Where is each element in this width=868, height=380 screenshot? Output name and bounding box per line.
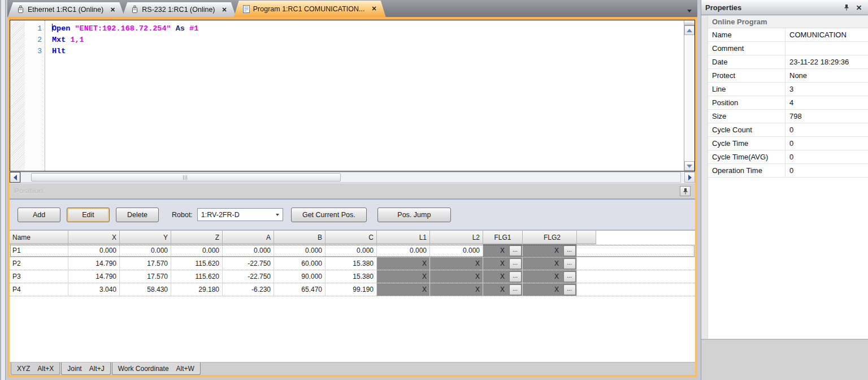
- cell-y[interactable]: 17.570: [120, 270, 171, 283]
- cell-c[interactable]: 0.000: [326, 244, 377, 257]
- code-area[interactable]: 1 2 3 Open "ENET:192.168.72.254" As #1 M…: [10, 20, 695, 171]
- document-tab-bar: Ethernet 1:RC1 (Online) ✕ RS-232 1:RC1 (…: [7, 0, 697, 17]
- cell-b[interactable]: 90.000: [274, 270, 326, 283]
- scroll-up-button[interactable]: [684, 25, 695, 35]
- tab-close-icon[interactable]: ✕: [371, 5, 376, 12]
- cell-z[interactable]: 29.180: [171, 283, 223, 296]
- table-row-p2[interactable]: P2 14.790 17.570 115.620 -22.750 60.000 …: [10, 257, 695, 270]
- cell-y[interactable]: 17.570: [120, 257, 171, 270]
- cell-flg2[interactable]: X...: [523, 283, 577, 296]
- cell-a[interactable]: -22.750: [223, 270, 274, 283]
- cell-flg1[interactable]: X...: [483, 244, 523, 257]
- flg2-ellipsis-button[interactable]: ...: [563, 271, 576, 282]
- edit-button[interactable]: Edit: [67, 208, 110, 222]
- cell-x[interactable]: 3.040: [68, 283, 120, 296]
- property-value: 0: [785, 123, 868, 136]
- cell-b[interactable]: 65.470: [274, 283, 326, 296]
- cell-y[interactable]: 58.430: [120, 283, 171, 296]
- flg1-ellipsis-button[interactable]: ...: [509, 258, 522, 269]
- cell-x[interactable]: 14.790: [68, 257, 120, 270]
- tab-xyz[interactable]: XYZ Alt+X: [11, 362, 60, 375]
- cell-l1[interactable]: 0.000: [377, 244, 430, 257]
- cell-c[interactable]: 15.380: [326, 257, 377, 270]
- cell-flg1[interactable]: X...: [483, 283, 523, 296]
- cell-flg2[interactable]: X...: [523, 270, 577, 283]
- cell-c[interactable]: 15.380: [326, 270, 377, 283]
- scroll-left-button[interactable]: [10, 172, 20, 183]
- tab-joint[interactable]: Joint Alt+J: [61, 362, 110, 375]
- property-row: Date23-11-22 18:29:36: [701, 55, 868, 69]
- cell-flg1[interactable]: X...: [483, 257, 523, 270]
- delete-button[interactable]: Delete: [116, 208, 159, 222]
- vertical-scroll-track[interactable]: [684, 35, 695, 161]
- tab-close-icon[interactable]: ✕: [110, 6, 115, 14]
- horizontal-scroll-thumb[interactable]: [31, 173, 341, 182]
- cell-name[interactable]: P2: [10, 257, 68, 270]
- tab-work-coordinate[interactable]: Work Coordinate Alt+W: [112, 362, 201, 375]
- pos-jump-button[interactable]: Pos. Jump: [377, 208, 451, 222]
- tab-list-dropdown-icon[interactable]: [687, 10, 692, 12]
- cell-l2[interactable]: X: [430, 283, 483, 296]
- cell-x[interactable]: 0.000: [68, 244, 120, 257]
- cell-l1[interactable]: X: [377, 257, 430, 270]
- cell-flg2[interactable]: X...: [523, 257, 577, 270]
- tab-label: Joint: [67, 365, 81, 373]
- cell-name[interactable]: P4: [10, 283, 68, 296]
- table-row-p1[interactable]: P1 0.000 0.000 0.000 0.000 0.000 0.000 0…: [10, 244, 695, 257]
- cell-a[interactable]: -22.750: [223, 257, 274, 270]
- column-header-c: C: [326, 231, 377, 244]
- chevron-down-icon[interactable]: [273, 209, 283, 221]
- cell-l1[interactable]: X: [377, 270, 430, 283]
- pin-button[interactable]: [841, 3, 852, 12]
- flg1-ellipsis-button[interactable]: ...: [509, 271, 522, 282]
- cell-l2[interactable]: 0.000: [430, 244, 483, 257]
- properties-title: Properties: [705, 3, 839, 12]
- flg2-ellipsis-button[interactable]: ...: [563, 245, 576, 256]
- flg2-ellipsis-button[interactable]: ...: [563, 284, 576, 295]
- tab-rs232[interactable]: RS-232 1:RC1 (Online) ✕: [122, 2, 236, 17]
- cell-z[interactable]: 115.620: [171, 257, 223, 270]
- cell-c[interactable]: 99.190: [326, 283, 377, 296]
- cell-l1[interactable]: X: [377, 283, 430, 296]
- get-current-pos-button[interactable]: Get Current Pos.: [291, 208, 367, 222]
- close-icon[interactable]: ✕: [854, 3, 864, 12]
- cell-flg2[interactable]: X...: [523, 244, 577, 257]
- scroll-right-button[interactable]: [684, 172, 695, 183]
- property-value: 0: [785, 150, 868, 163]
- cell-z[interactable]: 0.000: [171, 244, 223, 257]
- property-label: Size: [701, 110, 785, 123]
- horizontal-scrollbar[interactable]: [10, 171, 695, 183]
- arrow-left-icon: [14, 175, 17, 180]
- cell-b[interactable]: 60.000: [274, 257, 326, 270]
- vertical-scrollbar[interactable]: [684, 20, 695, 171]
- horizontal-scroll-track[interactable]: [20, 172, 681, 183]
- cell-flg1[interactable]: X...: [483, 270, 523, 283]
- property-value: COMUNICATION: [785, 28, 868, 41]
- flg1-ellipsis-button[interactable]: ...: [509, 245, 522, 256]
- scroll-down-button[interactable]: [684, 161, 695, 171]
- robot-select[interactable]: 1:RV-2FR-D: [197, 208, 283, 221]
- cell-z[interactable]: 115.620: [171, 270, 223, 283]
- cell-a[interactable]: -6.230: [223, 283, 274, 296]
- add-button[interactable]: Add: [18, 208, 60, 222]
- cell-l2[interactable]: X: [430, 270, 483, 283]
- cell-name[interactable]: P3: [10, 270, 68, 283]
- table-row-p3[interactable]: P3 14.790 17.570 115.620 -22.750 90.000 …: [10, 270, 695, 283]
- splitter-handle[interactable]: [684, 20, 695, 25]
- table-row-p4[interactable]: P4 3.040 58.430 29.180 -6.230 65.470 99.…: [10, 283, 695, 296]
- tab-shortcut: Alt+J: [89, 365, 105, 373]
- cell-a[interactable]: 0.000: [223, 244, 274, 257]
- tab-close-icon[interactable]: ✕: [222, 6, 227, 14]
- flg1-ellipsis-button[interactable]: ...: [509, 284, 522, 295]
- cell-y[interactable]: 0.000: [120, 244, 171, 257]
- cell-b[interactable]: 0.000: [274, 244, 326, 257]
- tab-ethernet[interactable]: Ethernet 1:RC1 (Online) ✕: [8, 2, 124, 17]
- cell-l2[interactable]: X: [430, 257, 483, 270]
- cell-x[interactable]: 14.790: [68, 270, 120, 283]
- code-text[interactable]: Open "ENET:192.168.72.254" As #1 Mxt 1,1…: [45, 20, 684, 171]
- tab-program-comunication[interactable]: Program 1:RC1 COMUNICATION... ✕: [234, 1, 386, 17]
- cell-name[interactable]: P1: [10, 244, 68, 257]
- flg2-ellipsis-button[interactable]: ...: [563, 258, 576, 269]
- property-row: Size798: [701, 110, 868, 123]
- pin-button[interactable]: [680, 186, 691, 196]
